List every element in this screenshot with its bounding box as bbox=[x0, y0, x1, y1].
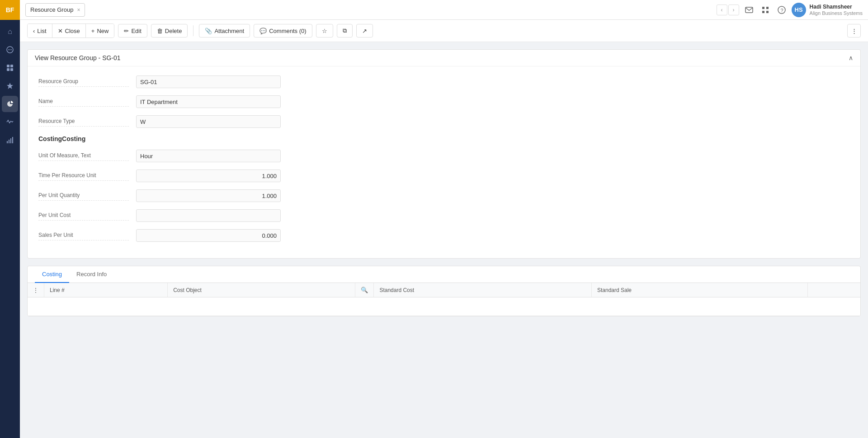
tab-costing[interactable]: Costing bbox=[35, 266, 69, 283]
name-row: Name bbox=[38, 95, 849, 108]
svg-rect-5 bbox=[10, 65, 13, 67]
time-per-unit-input[interactable] bbox=[136, 170, 281, 182]
svg-point-1 bbox=[8, 49, 9, 50]
form-card-header: View Resource Group - SG-01 ∧ bbox=[28, 50, 860, 66]
close-button[interactable]: ✕ Close bbox=[52, 24, 86, 38]
resource-group-value bbox=[136, 75, 281, 88]
share-icon: ↗ bbox=[362, 28, 367, 34]
svg-rect-4 bbox=[7, 65, 9, 67]
copy-button[interactable]: ⧉ bbox=[337, 24, 353, 38]
nav-next-button[interactable]: › bbox=[728, 5, 739, 15]
sidebar-item-messages[interactable] bbox=[2, 42, 18, 58]
uom-label: Unit Of Measure, Text bbox=[38, 150, 129, 161]
svg-rect-9 bbox=[7, 141, 8, 143]
edit-button[interactable]: ✏ Edit bbox=[118, 24, 147, 38]
attachment-button[interactable]: 📎 Attachment bbox=[199, 24, 250, 38]
per-unit-qty-input[interactable] bbox=[136, 189, 281, 202]
sidebar-item-home[interactable]: ⌂ bbox=[2, 24, 18, 40]
per-unit-qty-value bbox=[136, 189, 281, 202]
search-icon[interactable]: 🔍 bbox=[361, 287, 368, 293]
tab-resource-group[interactable]: Resource Group × bbox=[25, 3, 85, 17]
uom-value bbox=[136, 150, 281, 162]
content-area: View Resource Group - SG-01 ∧ Resource G… bbox=[20, 42, 868, 438]
svg-rect-12 bbox=[12, 137, 13, 143]
resource-type-input[interactable] bbox=[136, 115, 281, 128]
sidebar-nav: ⌂ bbox=[2, 20, 18, 438]
per-unit-qty-label: Per Unit Quantity bbox=[38, 189, 129, 201]
main-area: Resource Group × ‹ › ? HS Hadi Shamsheer… bbox=[20, 0, 868, 438]
resource-type-value bbox=[136, 115, 281, 128]
time-per-unit-label: Time Per Resource Unit bbox=[38, 170, 129, 181]
nav-arrows: ‹ › bbox=[717, 5, 739, 15]
sales-per-unit-value bbox=[136, 229, 281, 242]
sidebar: BF ⌂ bbox=[0, 0, 20, 438]
resource-type-row: Resource Type bbox=[38, 115, 849, 128]
svg-rect-6 bbox=[7, 68, 9, 71]
toolbar: ‹ List ✕ Close + New ✏ Edit 🗑 Delete 📎 A… bbox=[20, 20, 868, 42]
sidebar-item-reports[interactable] bbox=[2, 132, 18, 148]
costing-section-title: CostingCosting bbox=[38, 135, 849, 142]
svg-marker-8 bbox=[7, 83, 13, 89]
user-company: Align Business Systems bbox=[810, 10, 863, 16]
new-icon: + bbox=[91, 28, 95, 34]
comment-icon: 💬 bbox=[259, 28, 267, 34]
svg-rect-10 bbox=[9, 140, 9, 143]
edit-icon: ✏ bbox=[124, 28, 129, 34]
tab-label: Resource Group bbox=[30, 6, 73, 13]
sales-per-unit-row: Sales Per Unit bbox=[38, 229, 849, 242]
delete-icon: 🗑 bbox=[157, 28, 163, 34]
mail-icon[interactable] bbox=[743, 4, 755, 16]
avatar: HS bbox=[792, 3, 806, 17]
grid-icon[interactable] bbox=[759, 4, 772, 16]
per-unit-qty-row: Per Unit Quantity bbox=[38, 189, 849, 202]
more-options-button[interactable]: ⋮ bbox=[847, 24, 861, 38]
resource-type-label: Resource Type bbox=[38, 115, 129, 127]
tab-close-icon[interactable]: × bbox=[77, 7, 80, 13]
sales-per-unit-input[interactable] bbox=[136, 229, 281, 242]
col-header-search: 🔍 bbox=[355, 283, 374, 297]
svg-rect-7 bbox=[10, 68, 13, 71]
form-body: Resource Group Name Resource Type bbox=[28, 66, 860, 258]
col-header-standard-sale: Standard Sale bbox=[591, 283, 807, 297]
svg-rect-13 bbox=[745, 7, 753, 13]
name-input[interactable] bbox=[136, 95, 281, 108]
resource-group-input[interactable] bbox=[136, 75, 281, 88]
per-unit-cost-input[interactable] bbox=[136, 209, 281, 222]
svg-rect-11 bbox=[10, 138, 11, 143]
nav-prev-button[interactable]: ‹ bbox=[717, 5, 727, 15]
collapse-icon[interactable]: ∧ bbox=[849, 54, 853, 61]
list-button-group: ‹ List ✕ Close + New bbox=[27, 24, 114, 38]
attachment-icon: 📎 bbox=[205, 28, 212, 34]
list-label: List bbox=[37, 28, 46, 34]
drag-col-header: ⋮ bbox=[28, 283, 44, 297]
resource-group-label: Resource Group bbox=[38, 75, 129, 87]
delete-button[interactable]: 🗑 Delete bbox=[151, 24, 188, 38]
list-button[interactable]: ‹ List bbox=[28, 24, 52, 38]
user-profile[interactable]: HS Hadi Shamsheer Align Business Systems bbox=[792, 3, 863, 17]
close-label: Close bbox=[65, 28, 80, 34]
app-logo[interactable]: BF bbox=[0, 0, 20, 20]
help-icon[interactable]: ? bbox=[775, 4, 788, 16]
new-button[interactable]: + New bbox=[86, 24, 114, 38]
favorite-button[interactable]: ☆ bbox=[316, 24, 333, 38]
comments-button[interactable]: 💬 Comments (0) bbox=[254, 24, 312, 38]
sidebar-item-favorites[interactable] bbox=[2, 78, 18, 94]
uom-input[interactable] bbox=[136, 150, 281, 162]
per-unit-cost-row: Per Unit Cost bbox=[38, 209, 849, 222]
uom-row: Unit Of Measure, Text bbox=[38, 150, 849, 162]
tab-record-info[interactable]: Record Info bbox=[69, 266, 114, 283]
sales-per-unit-label: Sales Per Unit bbox=[38, 229, 129, 240]
per-unit-cost-value bbox=[136, 209, 281, 222]
new-label: New bbox=[97, 28, 108, 34]
sidebar-item-activity[interactable] bbox=[2, 114, 18, 130]
costing-table: ⋮ Line # Cost Object 🔍 Standard Cost Sta… bbox=[28, 283, 860, 316]
time-per-unit-value bbox=[136, 170, 281, 182]
empty-row bbox=[28, 297, 860, 316]
sidebar-item-dashboard[interactable] bbox=[2, 60, 18, 76]
svg-rect-14 bbox=[762, 7, 764, 9]
share-button[interactable]: ↗ bbox=[356, 24, 373, 38]
sidebar-item-analytics[interactable] bbox=[2, 96, 18, 112]
form-title: View Resource Group - SG-01 bbox=[35, 54, 121, 61]
col-header-line-num: Line # bbox=[44, 283, 168, 297]
col-header-standard-cost: Standard Cost bbox=[374, 283, 592, 297]
